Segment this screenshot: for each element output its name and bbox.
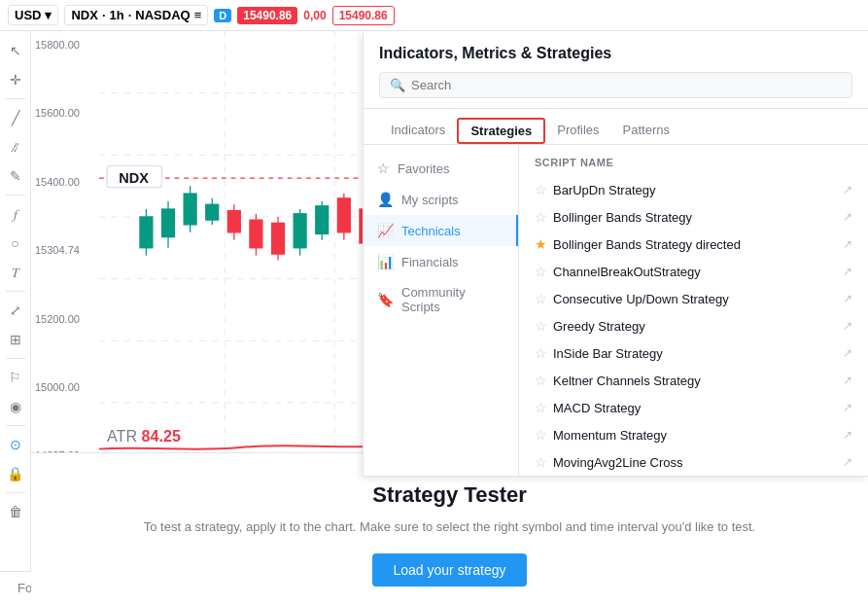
price-label-5: 15200.00 bbox=[35, 313, 95, 325]
trendline-icon[interactable]: ╱ bbox=[2, 104, 29, 131]
svg-rect-29 bbox=[272, 223, 285, 254]
sidebar-label-myscripts: My scripts bbox=[401, 193, 459, 207]
trending-icon: 📈 bbox=[377, 223, 394, 238]
panel-sidebar: ☆ Favorites 👤 My scripts 📈 Technicals 📊 … bbox=[364, 145, 519, 476]
price-change: 0,00 bbox=[303, 9, 326, 22]
list-item[interactable]: ☆ Greedy Strategy ↗ bbox=[519, 312, 868, 339]
sidebar-item-technicals[interactable]: 📈 Technicals bbox=[364, 215, 518, 246]
tab-indicators[interactable]: Indicators bbox=[379, 117, 457, 145]
sidebar-label-favorites: Favorites bbox=[398, 161, 449, 176]
indicator-panel: Indicators, Metrics & Strategies 🔍 Indic… bbox=[363, 31, 868, 477]
symbol-selector[interactable]: USD ▾ bbox=[8, 5, 58, 25]
star-empty-icon: ☆ bbox=[535, 291, 547, 306]
info-icon: ↗ bbox=[843, 346, 852, 360]
list-item[interactable]: ☆ BarUpDn Strategy ↗ bbox=[519, 176, 868, 203]
tab-patterns[interactable]: Patterns bbox=[611, 117, 681, 145]
sidebar-label-financials: Financials bbox=[401, 255, 459, 269]
strategy-tester-title: Strategy Tester bbox=[51, 482, 849, 508]
star-empty-icon: ☆ bbox=[535, 182, 547, 197]
svg-rect-17 bbox=[140, 217, 153, 248]
text-icon[interactable]: 𝑇 bbox=[2, 259, 29, 286]
list-item[interactable]: ☆ ChannelBreakOutStrategy ↗ bbox=[519, 258, 868, 285]
price-label-4: 15304.74 bbox=[35, 244, 95, 256]
svg-rect-25 bbox=[227, 211, 240, 232]
svg-rect-27 bbox=[250, 220, 262, 248]
cursor-icon[interactable]: ↖ bbox=[2, 37, 29, 64]
script-list-header: SCRIPT NAME bbox=[519, 153, 868, 176]
list-item[interactable]: ☆ MACD Strategy ↗ bbox=[519, 394, 868, 421]
star-empty-icon: ☆ bbox=[535, 318, 547, 334]
sidebar-item-financials[interactable]: 📊 Financials bbox=[364, 246, 518, 277]
indicator-panel-header: Indicators, Metrics & Strategies 🔍 bbox=[364, 31, 868, 109]
panel-body: ☆ Favorites 👤 My scripts 📈 Technicals 📊 … bbox=[364, 145, 868, 476]
channel-icon[interactable]: ⫽ bbox=[2, 133, 29, 160]
shapes-icon[interactable]: ○ bbox=[2, 230, 29, 257]
crosshair-icon[interactable]: ✛ bbox=[2, 66, 29, 93]
script-name: Greedy Strategy bbox=[553, 319, 837, 334]
list-item[interactable]: ★ Bollinger Bands Strategy directed ↗ bbox=[519, 231, 868, 258]
bar-chart-icon: 📊 bbox=[377, 254, 394, 269]
sidebar-item-community[interactable]: 🔖 Community Scripts bbox=[364, 277, 518, 322]
chevron-down-icon: ▾ bbox=[45, 8, 52, 22]
zoom-icon[interactable]: ⊞ bbox=[2, 326, 29, 353]
list-item[interactable]: ☆ Keltner Channels Strategy ↗ bbox=[519, 367, 868, 394]
list-item[interactable]: ☆ MovingAvg2Line Cross ↗ bbox=[519, 448, 868, 476]
script-name: Bollinger Bands Strategy directed bbox=[553, 237, 837, 252]
star-empty-icon: ☆ bbox=[535, 264, 547, 279]
star-empty-icon: ☆ bbox=[535, 345, 547, 361]
svg-rect-21 bbox=[184, 194, 196, 225]
indicator-panel-title: Indicators, Metrics & Strategies bbox=[379, 45, 852, 62]
user-icon: 👤 bbox=[377, 192, 394, 207]
load-strategy-button[interactable]: Load your strategy bbox=[372, 553, 528, 587]
script-name: Momentum Strategy bbox=[553, 428, 837, 443]
search-input[interactable] bbox=[411, 78, 842, 92]
tab-profiles[interactable]: Profiles bbox=[545, 117, 610, 145]
sidebar-item-favorites[interactable]: ☆ Favorites bbox=[364, 153, 518, 184]
fibonacci-icon[interactable]: 𝑓 bbox=[2, 200, 29, 228]
star-icon: ☆ bbox=[377, 160, 390, 176]
script-name: MovingAvg2Line Cross bbox=[553, 455, 837, 470]
info-icon: ↗ bbox=[843, 319, 852, 333]
forecast-icon[interactable]: ◉ bbox=[2, 393, 29, 420]
info-icon: ↗ bbox=[843, 265, 852, 278]
trash-icon[interactable]: 🗑 bbox=[2, 498, 29, 525]
top-toolbar: USD ▾ NDX · 1h · NASDAQ ≡ D 15490.86 0,0… bbox=[0, 0, 868, 31]
list-item[interactable]: ☆ Consecutive Up/Down Strategy ↗ bbox=[519, 285, 868, 312]
sidebar-item-myscripts[interactable]: 👤 My scripts bbox=[364, 184, 518, 215]
info-icon: ↗ bbox=[843, 292, 852, 305]
search-icon: 🔍 bbox=[390, 78, 405, 92]
search-box[interactable]: 🔍 bbox=[379, 72, 852, 98]
sidebar-label-community: Community Scripts bbox=[401, 285, 504, 314]
lock-icon[interactable]: 🔒 bbox=[2, 460, 29, 487]
svg-rect-35 bbox=[337, 198, 350, 232]
svg-rect-19 bbox=[162, 209, 175, 237]
star-empty-icon: ☆ bbox=[535, 373, 547, 388]
info-icon: ↗ bbox=[843, 183, 852, 196]
symbol-label: USD bbox=[15, 8, 41, 22]
price-badge: 15490.86 bbox=[237, 7, 297, 24]
script-name: BarUpDn Strategy bbox=[553, 183, 837, 197]
info-icon: ↗ bbox=[843, 455, 852, 469]
brush-icon[interactable]: ✎ bbox=[2, 162, 29, 190]
price-label-1: 15800.00 bbox=[35, 39, 95, 51]
list-item[interactable]: ☆ Momentum Strategy ↗ bbox=[519, 421, 868, 448]
flag-icon[interactable]: ⚐ bbox=[2, 364, 29, 391]
tab-strategies[interactable]: Strategies bbox=[457, 118, 545, 144]
sidebar-label-technicals: Technicals bbox=[401, 224, 461, 238]
bookmark-icon: 🔖 bbox=[377, 292, 394, 307]
chart-area: 15800.00 15600.00 15400.00 15304.74 1520… bbox=[31, 31, 868, 606]
svg-text:NDX: NDX bbox=[119, 170, 149, 186]
measure-icon[interactable]: ⤢ bbox=[2, 297, 29, 324]
script-name: Keltner Channels Strategy bbox=[553, 374, 837, 388]
list-item[interactable]: ☆ Bollinger Bands Strategy ↗ bbox=[519, 203, 868, 231]
list-item[interactable]: ☆ InSide Bar Strategy ↗ bbox=[519, 339, 868, 367]
magnet-icon[interactable]: ⊙ bbox=[2, 431, 29, 458]
price-label-3: 15400.00 bbox=[35, 176, 95, 188]
script-name: Consecutive Up/Down Strategy bbox=[553, 292, 837, 306]
svg-rect-33 bbox=[316, 206, 329, 234]
svg-rect-23 bbox=[206, 204, 219, 220]
info-icon: ↗ bbox=[843, 428, 852, 442]
star-empty-icon: ☆ bbox=[535, 454, 547, 470]
star-empty-icon: ☆ bbox=[535, 209, 547, 225]
info-icon: ↗ bbox=[843, 237, 852, 251]
